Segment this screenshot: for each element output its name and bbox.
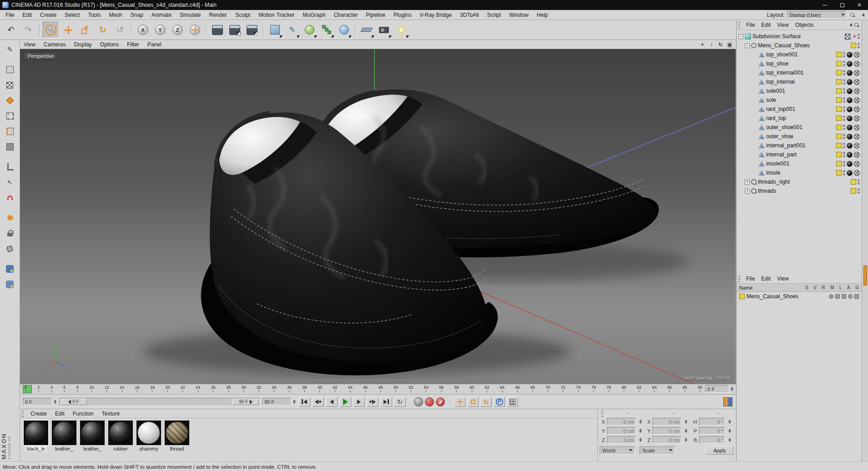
object-name[interactable]: rant_top001: [766, 106, 795, 112]
snap-button[interactable]: [3, 190, 17, 205]
object-row[interactable]: sole001 ✕: [737, 86, 862, 95]
viewport-menu-item[interactable]: View: [20, 40, 39, 49]
redo-button[interactable]: ↷: [20, 22, 36, 38]
previous-key-button[interactable]: [312, 397, 324, 407]
texture-tag[interactable]: [854, 70, 860, 76]
loop-mode-button[interactable]: ↻: [394, 397, 406, 407]
rotation-value-field[interactable]: 0 °: [699, 427, 725, 435]
start-frame-field[interactable]: 0 F: [23, 398, 57, 406]
menu-item[interactable]: V-Ray Bridge: [416, 11, 455, 19]
layer-tag[interactable]: [851, 188, 856, 194]
play-button[interactable]: [339, 397, 351, 407]
layer-tag[interactable]: [836, 125, 842, 130]
object-name[interactable]: insole: [766, 170, 780, 176]
viewport-solo-button[interactable]: ↖: [3, 175, 17, 190]
panel-resize-handle[interactable]: [863, 266, 867, 286]
object-row[interactable]: outer_shoe001 ✕: [737, 123, 862, 132]
size-stepper[interactable]: [683, 418, 688, 425]
object-row[interactable]: Subdivision Surface ✕: [737, 32, 862, 41]
material-name[interactable]: thread: [170, 446, 184, 451]
key-scale-toggle[interactable]: [467, 397, 479, 407]
material-name[interactable]: shammy: [139, 446, 158, 451]
material-name[interactable]: leather_: [55, 446, 73, 451]
add-spline-button[interactable]: ✎: [284, 22, 300, 38]
object-manager-menu-item[interactable]: Objects: [792, 21, 817, 29]
visibility-dots[interactable]: [843, 61, 845, 66]
menu-item[interactable]: Pipeline: [362, 11, 389, 19]
material-menu-item[interactable]: Create: [27, 410, 50, 418]
visibility-dots[interactable]: [843, 143, 845, 148]
points-mode-button[interactable]: [3, 109, 17, 123]
manager-toggle-icon[interactable]: [848, 294, 853, 299]
layer-tag[interactable]: [836, 143, 842, 148]
material-tag[interactable]: [847, 61, 853, 67]
viewport[interactable]: Y Z X Perspective Grid Spacing : 10 cm: [20, 49, 736, 384]
rotate-tool-button[interactable]: ↻: [95, 22, 111, 38]
lock-y-axis-button[interactable]: Y: [152, 22, 168, 38]
key-rotation-toggle[interactable]: ↻: [480, 397, 492, 407]
object-name[interactable]: Subdivision Surface: [752, 33, 801, 40]
layer-manager-menu-item[interactable]: Edit: [758, 275, 773, 283]
render-picture-viewer-button[interactable]: [227, 22, 243, 38]
texture-tag[interactable]: [854, 52, 860, 58]
material-tag[interactable]: [847, 125, 853, 130]
layer-tag[interactable]: [836, 134, 842, 139]
object-row[interactable]: top_shoe ✕: [737, 59, 862, 68]
material-thumbnail[interactable]: [80, 421, 105, 445]
menu-item[interactable]: Character: [330, 11, 362, 19]
object-name[interactable]: outer_shoe001: [766, 124, 802, 130]
lock-workplane-button[interactable]: [3, 226, 17, 241]
end-frame-stepper[interactable]: [292, 398, 297, 405]
material-menu-item[interactable]: Texture: [98, 410, 123, 418]
name-column-header[interactable]: Name: [739, 285, 752, 291]
layout-select[interactable]: Startup (User): [787, 11, 847, 19]
menu-item[interactable]: Motion Tracker: [255, 11, 298, 19]
object-name[interactable]: top_internal001: [766, 70, 804, 76]
scale-tool-button[interactable]: [77, 22, 94, 38]
object-row[interactable]: internal_part001 ✕: [737, 141, 862, 150]
menu-item[interactable]: Mesh: [105, 11, 126, 19]
visibility-dots[interactable]: [843, 88, 845, 94]
object-name[interactable]: outer_shoe: [766, 133, 793, 140]
object-row[interactable]: sole ✕: [737, 95, 862, 105]
viewport-menu-item[interactable]: Options: [96, 40, 122, 49]
layer-tag[interactable]: [851, 179, 856, 185]
workplane-mode-button[interactable]: [3, 93, 17, 108]
layer-tag[interactable]: [836, 170, 842, 175]
slider-end-handle[interactable]: 90 F: [232, 399, 259, 405]
sds-tags[interactable]: ✕: [845, 34, 856, 40]
current-frame-value[interactable]: 0 F: [705, 385, 729, 393]
layer-column-letter[interactable]: M: [830, 285, 834, 290]
menu-item[interactable]: Sculpt: [232, 11, 254, 19]
previous-frame-button[interactable]: [326, 397, 338, 407]
object-name[interactable]: Mens_Casual_Shoes: [758, 42, 810, 49]
layer-tag[interactable]: [851, 43, 856, 48]
panel-grip[interactable]: [738, 276, 741, 282]
object-name[interactable]: sole001: [766, 88, 785, 94]
menu-item[interactable]: Tools: [84, 11, 104, 19]
material-tag[interactable]: [847, 161, 853, 167]
object-row[interactable]: rant_top001 ✕: [737, 105, 862, 114]
render-settings-button[interactable]: [244, 22, 260, 38]
live-selection-button[interactable]: ↖: [43, 22, 59, 38]
texture-tag[interactable]: [854, 61, 860, 67]
material-tag[interactable]: [847, 152, 853, 158]
panel-grip[interactable]: [21, 411, 24, 417]
visibility-dots[interactable]: [843, 79, 845, 85]
expander-icon[interactable]: [745, 43, 750, 48]
menu-item[interactable]: Render: [206, 11, 231, 19]
visibility-dots[interactable]: [858, 188, 860, 194]
texture-tag[interactable]: [854, 143, 860, 149]
menu-item[interactable]: Plugins: [390, 11, 415, 19]
texture-tag[interactable]: [854, 170, 860, 176]
object-row[interactable]: outer_shoe ✕: [737, 132, 862, 141]
menu-item[interactable]: Snap: [127, 11, 147, 19]
axis-mode-button[interactable]: [3, 160, 17, 174]
visibility-dots[interactable]: [843, 134, 845, 139]
size-value-field[interactable]: 0 cm: [652, 418, 681, 426]
goto-end-button[interactable]: [380, 397, 392, 407]
layer-item-name[interactable]: Mens_Casual_Shoes: [747, 293, 798, 300]
menu-item[interactable]: Animate: [148, 11, 175, 19]
visibility-dots[interactable]: [858, 43, 860, 48]
rotation-stepper[interactable]: [727, 436, 732, 443]
